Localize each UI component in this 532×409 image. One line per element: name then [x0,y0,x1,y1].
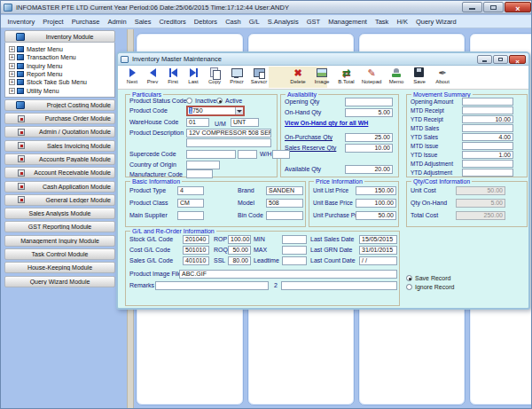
tree-item-transaction-menu[interactable]: Transaction Menu [9,53,114,61]
sidebar-item-house-keeping[interactable]: House-Keeping Module [4,262,115,273]
sidebar-item-gst-reporting[interactable]: GST Reporting Module [4,221,115,232]
notepad-button[interactable]: Notepad [359,67,384,89]
menu-cash[interactable]: Cash [222,18,246,26]
sidebar-item-accounts-payable[interactable]: Accounts Payable Module [4,153,115,165]
menu-gl[interactable]: G/L [245,18,263,26]
menu-hk[interactable]: H/K [393,18,412,26]
movement-field[interactable] [462,124,513,132]
expand-icon[interactable] [9,71,15,77]
menu-gst[interactable]: GST [302,18,324,26]
movement-field[interactable] [462,142,513,150]
last-count-date-field[interactable]: / / [359,256,397,265]
ignore-record-radio[interactable]: Ignore Record [406,284,454,290]
prev-button[interactable]: Prev [143,67,162,89]
sidebar-item-cash-application[interactable]: Cash Application Module [4,181,115,193]
tree-item-report-menu[interactable]: Report Menu [9,70,114,78]
supercede-field[interactable] [186,150,236,159]
movement-field[interactable]: 10.00 [462,115,513,123]
movement-field[interactable]: 4.00 [462,133,513,141]
sales-reserve-qty-field[interactable]: 10.00 [345,144,393,153]
menu-admin[interactable]: Admin [104,18,130,26]
expand-icon[interactable] [9,79,15,85]
menu-project[interactable]: Project [39,18,67,26]
first-button[interactable]: First [163,67,183,89]
sidebar-item-project-costing[interactable]: Project Costing Module [4,99,115,111]
max-field[interactable] [282,246,307,255]
roq-field[interactable]: 50.00 [228,246,251,255]
unit-base-price-field[interactable]: 100.00 [356,199,396,208]
sidebar-item-management-inquiry[interactable]: Management Inquiry Module [4,235,115,247]
maximize-button[interactable] [483,2,504,12]
sidebar-item-purchase-order[interactable]: Purchase Order Module [4,113,115,124]
supercede-field-2[interactable] [238,150,257,159]
movement-field[interactable]: 1.00 [462,151,513,159]
main-supplier-field[interactable] [177,211,204,220]
wh-field[interactable] [272,150,290,159]
sidebar-item-account-receivable[interactable]: Account Receivable Module [4,167,115,178]
last-button[interactable]: Last [184,67,203,89]
image-button[interactable]: Image [310,67,333,89]
ssl-field[interactable]: 80.00 [228,256,251,265]
rop-field[interactable]: 100.00 [228,235,251,244]
sidebar-item-task-control[interactable]: Task Control Module [4,248,115,260]
sidebar-item-admin-quotation[interactable]: Admin / Quotation Module [4,126,115,138]
menu-purchase[interactable]: Purchase [67,18,104,26]
form-close-button[interactable] [509,55,526,64]
btotal-button[interactable]: B.Total [334,67,358,89]
sales-gl-field[interactable]: 401010 [183,256,209,265]
movement-field[interactable] [462,169,513,177]
model-field[interactable]: 508 [266,199,303,208]
close-button[interactable] [505,2,531,12]
tree-item-master-menu[interactable]: Master Menu [9,45,114,53]
menu-sanalysis[interactable]: S.Analysis [263,18,302,26]
save-record-radio[interactable]: Save Record [406,275,450,281]
expand-icon[interactable] [9,88,15,94]
minimize-button[interactable] [462,2,482,12]
next-button[interactable]: Next [122,67,142,89]
expand-icon[interactable] [9,46,15,52]
tree-item-inquiry-menu[interactable]: Inquiry Menu [9,62,114,70]
save-button[interactable]: Save [409,67,430,89]
unit-purchase-price-field[interactable]: 50.00 [356,211,396,220]
available-qty-field[interactable]: 20.00 [345,165,393,174]
copy-button[interactable]: Copy [204,67,225,89]
menu-management[interactable]: Management [325,18,372,26]
expand-icon[interactable] [9,63,15,69]
menu-debtors[interactable]: Debtors [190,18,221,26]
bin-code-field[interactable] [266,211,303,220]
uom-field[interactable]: UNT [231,118,259,127]
movement-field[interactable] [462,160,513,168]
menu-inventory[interactable]: Inventory [4,18,39,26]
sidebar-item-sales-invoicing[interactable]: Sales Invoicing Module [4,140,115,152]
inactive-radio[interactable]: Inactive [186,98,216,104]
remarks1-field[interactable] [155,281,269,290]
sales-reserve-qty-label[interactable]: Sales Reserve Qty [285,144,336,153]
description-field-2[interactable] [186,138,271,147]
manufacturer-field[interactable] [186,169,213,178]
brand-field[interactable]: SANDEN [266,186,303,195]
onpurchase-qty-label[interactable]: On-Purchase Qty [285,133,332,142]
product-image-file-field[interactable]: ABC.GIF [179,270,397,279]
last-grn-date-field[interactable]: 31/01/2015 [359,246,397,255]
description-field[interactable]: 12V COMPRESSOR 508 SERIES [186,129,271,138]
warehouse-field[interactable]: 01 [186,118,209,127]
last-sales-date-field[interactable]: 15/05/2015 [359,235,397,244]
menu-query-wizard[interactable]: Query Wizard [411,18,460,26]
form-minimize-button[interactable] [477,55,492,64]
view-onhand-link[interactable]: View On-Hand qty for all WH [285,119,368,128]
menu-task[interactable]: Task [371,18,392,26]
opening-qty-field[interactable] [345,98,393,106]
tree-item-stock-take-sub-menu[interactable]: Stock Take Sub Menu [9,78,114,86]
sidebar-header-inventory-module[interactable]: Inventory Module [4,30,115,43]
about-button[interactable]: About [431,67,454,89]
movement-field[interactable] [462,106,513,114]
sidebar-item-general-ledger[interactable]: General Ledger Module [4,194,115,206]
product-class-field[interactable]: CM [177,199,204,208]
cost-gl-field[interactable]: 501010 [183,246,209,255]
tree-item-utility-menu[interactable]: Utility Menu [9,86,114,94]
product-code-combo[interactable]: 1750 [186,106,245,116]
remarks2-field[interactable] [281,281,397,290]
prtscr-button[interactable]: Prtscr [226,67,247,89]
form-maximize-button[interactable] [493,55,508,64]
onpurchase-qty-field[interactable]: 25.00 [345,133,393,142]
